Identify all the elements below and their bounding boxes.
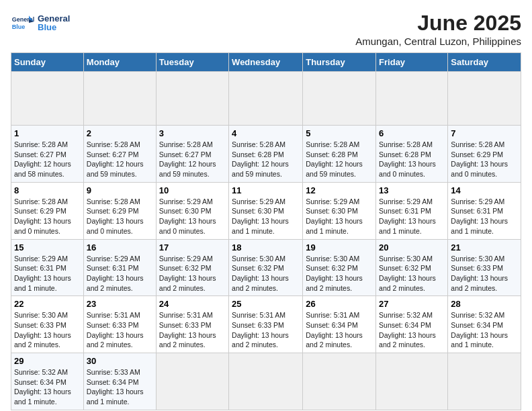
- day-number: 26: [306, 299, 373, 309]
- day-info: Sunrise: 5:28 AM Sunset: 6:27 PM Dayligh…: [14, 140, 81, 179]
- day-number: 2: [87, 128, 153, 138]
- day-info: Sunrise: 5:32 AM Sunset: 6:34 PM Dayligh…: [451, 310, 518, 350]
- calendar-cell: 26Sunrise: 5:31 AM Sunset: 6:34 PM Dayli…: [303, 296, 376, 353]
- day-number: 22: [14, 299, 81, 309]
- calendar-cell: 22Sunrise: 5:30 AM Sunset: 6:33 PM Dayli…: [11, 296, 84, 353]
- calendar-cell: 11Sunrise: 5:29 AM Sunset: 6:30 PM Dayli…: [229, 182, 303, 239]
- day-info: Sunrise: 5:31 AM Sunset: 6:34 PM Dayligh…: [306, 310, 373, 350]
- day-info: Sunrise: 5:33 AM Sunset: 6:34 PM Dayligh…: [87, 367, 153, 407]
- day-number: 19: [306, 242, 373, 253]
- day-number: 17: [159, 242, 226, 253]
- day-number: 5: [306, 128, 373, 138]
- day-info: Sunrise: 5:29 AM Sunset: 6:30 PM Dayligh…: [159, 197, 226, 236]
- logo: General Blue General Blue: [11, 11, 70, 35]
- calendar-cell: 4Sunrise: 5:28 AM Sunset: 6:28 PM Daylig…: [229, 126, 303, 183]
- calendar-cell: [448, 353, 521, 410]
- column-header-tuesday: Tuesday: [156, 53, 228, 72]
- column-header-thursday: Thursday: [303, 53, 376, 72]
- location-subtitle: Amungan, Central Luzon, Philippines: [355, 36, 521, 47]
- calendar-cell: 10Sunrise: 5:29 AM Sunset: 6:30 PM Dayli…: [156, 182, 228, 239]
- day-number: 27: [379, 299, 445, 309]
- calendar-cell: 29Sunrise: 5:32 AM Sunset: 6:34 PM Dayli…: [11, 353, 84, 410]
- day-number: 18: [232, 242, 300, 253]
- day-info: Sunrise: 5:28 AM Sunset: 6:29 PM Dayligh…: [451, 140, 518, 179]
- calendar-cell: 17Sunrise: 5:29 AM Sunset: 6:32 PM Dayli…: [156, 239, 228, 296]
- day-info: Sunrise: 5:31 AM Sunset: 6:33 PM Dayligh…: [87, 310, 153, 350]
- column-header-wednesday: Wednesday: [229, 53, 303, 72]
- calendar-cell: [303, 353, 376, 410]
- calendar-cell: [156, 72, 228, 126]
- calendar-cell: 2Sunrise: 5:28 AM Sunset: 6:27 PM Daylig…: [83, 126, 156, 183]
- calendar-table: SundayMondayTuesdayWednesdayThursdayFrid…: [11, 52, 521, 410]
- calendar-body: 1Sunrise: 5:28 AM Sunset: 6:27 PM Daylig…: [11, 72, 521, 410]
- calendar-cell: 28Sunrise: 5:32 AM Sunset: 6:34 PM Dayli…: [448, 296, 521, 353]
- calendar-cell: 1Sunrise: 5:28 AM Sunset: 6:27 PM Daylig…: [11, 126, 84, 183]
- day-info: Sunrise: 5:29 AM Sunset: 6:32 PM Dayligh…: [159, 254, 226, 293]
- calendar-cell: 20Sunrise: 5:30 AM Sunset: 6:32 PM Dayli…: [376, 239, 448, 296]
- calendar-cell: [448, 72, 521, 126]
- day-number: 13: [379, 185, 445, 195]
- day-number: 12: [306, 185, 373, 195]
- calendar-cell: [156, 353, 228, 410]
- day-info: Sunrise: 5:32 AM Sunset: 6:34 PM Dayligh…: [14, 367, 81, 407]
- column-header-saturday: Saturday: [448, 53, 521, 72]
- day-info: Sunrise: 5:29 AM Sunset: 6:31 PM Dayligh…: [87, 254, 153, 293]
- calendar-cell: 16Sunrise: 5:29 AM Sunset: 6:31 PM Dayli…: [83, 239, 156, 296]
- day-number: 1: [14, 128, 81, 138]
- day-info: Sunrise: 5:31 AM Sunset: 6:33 PM Dayligh…: [159, 310, 226, 350]
- logo-blue-text: Blue: [38, 22, 70, 32]
- day-info: Sunrise: 5:28 AM Sunset: 6:27 PM Dayligh…: [159, 140, 226, 179]
- day-info: Sunrise: 5:29 AM Sunset: 6:30 PM Dayligh…: [306, 197, 373, 236]
- calendar-cell: 13Sunrise: 5:29 AM Sunset: 6:31 PM Dayli…: [376, 182, 448, 239]
- day-number: 10: [159, 185, 226, 195]
- calendar-cell: 15Sunrise: 5:29 AM Sunset: 6:31 PM Dayli…: [11, 239, 84, 296]
- calendar-cell: [303, 72, 376, 126]
- day-number: 9: [87, 185, 153, 195]
- day-info: Sunrise: 5:30 AM Sunset: 6:32 PM Dayligh…: [232, 254, 300, 293]
- day-info: Sunrise: 5:29 AM Sunset: 6:30 PM Dayligh…: [232, 197, 300, 236]
- day-info: Sunrise: 5:29 AM Sunset: 6:31 PM Dayligh…: [14, 254, 81, 293]
- column-header-friday: Friday: [376, 53, 448, 72]
- calendar-header: SundayMondayTuesdayWednesdayThursdayFrid…: [11, 53, 521, 72]
- calendar-cell: [376, 353, 448, 410]
- month-year-title: June 2025: [355, 11, 521, 36]
- day-info: Sunrise: 5:30 AM Sunset: 6:33 PM Dayligh…: [451, 254, 518, 293]
- calendar-cell: [376, 72, 448, 126]
- day-number: 6: [379, 128, 445, 138]
- calendar-cell: 24Sunrise: 5:31 AM Sunset: 6:33 PM Dayli…: [156, 296, 228, 353]
- calendar-cell: 19Sunrise: 5:30 AM Sunset: 6:32 PM Dayli…: [303, 239, 376, 296]
- day-info: Sunrise: 5:32 AM Sunset: 6:34 PM Dayligh…: [379, 310, 445, 350]
- day-info: Sunrise: 5:29 AM Sunset: 6:31 PM Dayligh…: [451, 197, 518, 236]
- day-info: Sunrise: 5:28 AM Sunset: 6:27 PM Dayligh…: [87, 140, 153, 179]
- day-number: 7: [451, 128, 518, 138]
- calendar-cell: 27Sunrise: 5:32 AM Sunset: 6:34 PM Dayli…: [376, 296, 448, 353]
- calendar-cell: 25Sunrise: 5:31 AM Sunset: 6:33 PM Dayli…: [229, 296, 303, 353]
- calendar-cell: 6Sunrise: 5:28 AM Sunset: 6:28 PM Daylig…: [376, 126, 448, 183]
- day-info: Sunrise: 5:28 AM Sunset: 6:29 PM Dayligh…: [87, 197, 153, 236]
- day-number: 28: [451, 299, 518, 309]
- calendar-cell: 14Sunrise: 5:29 AM Sunset: 6:31 PM Dayli…: [448, 182, 521, 239]
- day-number: 4: [232, 128, 300, 138]
- day-number: 20: [379, 242, 445, 253]
- calendar-cell: 21Sunrise: 5:30 AM Sunset: 6:33 PM Dayli…: [448, 239, 521, 296]
- calendar-cell: 8Sunrise: 5:28 AM Sunset: 6:29 PM Daylig…: [11, 182, 84, 239]
- day-info: Sunrise: 5:30 AM Sunset: 6:33 PM Dayligh…: [14, 310, 81, 350]
- day-info: Sunrise: 5:28 AM Sunset: 6:28 PM Dayligh…: [379, 140, 445, 179]
- day-info: Sunrise: 5:28 AM Sunset: 6:28 PM Dayligh…: [306, 140, 373, 179]
- day-number: 15: [14, 242, 81, 253]
- calendar-cell: 30Sunrise: 5:33 AM Sunset: 6:34 PM Dayli…: [83, 353, 156, 410]
- calendar-cell: 3Sunrise: 5:28 AM Sunset: 6:27 PM Daylig…: [156, 126, 228, 183]
- day-info: Sunrise: 5:29 AM Sunset: 6:31 PM Dayligh…: [379, 197, 445, 236]
- calendar-cell: 23Sunrise: 5:31 AM Sunset: 6:33 PM Dayli…: [83, 296, 156, 353]
- day-number: 11: [232, 185, 300, 195]
- calendar-cell: [229, 72, 303, 126]
- day-number: 8: [14, 185, 81, 195]
- calendar-cell: 5Sunrise: 5:28 AM Sunset: 6:28 PM Daylig…: [303, 126, 376, 183]
- day-number: 29: [14, 356, 81, 366]
- column-header-monday: Monday: [83, 53, 156, 72]
- day-info: Sunrise: 5:31 AM Sunset: 6:33 PM Dayligh…: [232, 310, 300, 350]
- day-info: Sunrise: 5:28 AM Sunset: 6:29 PM Dayligh…: [14, 197, 81, 236]
- calendar-cell: 7Sunrise: 5:28 AM Sunset: 6:29 PM Daylig…: [448, 126, 521, 183]
- column-header-sunday: Sunday: [11, 53, 84, 72]
- day-number: 24: [159, 299, 226, 309]
